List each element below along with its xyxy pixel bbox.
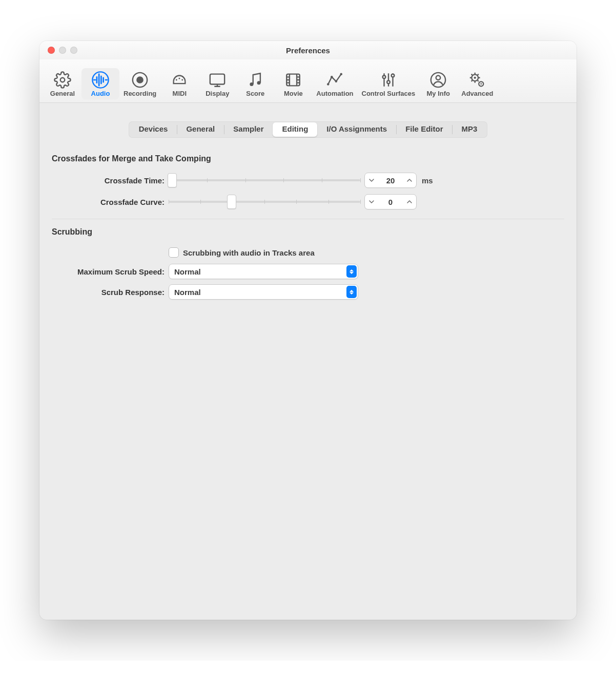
toolbar-label: Display: [206, 90, 229, 97]
toolbar-label: MIDI: [173, 90, 187, 97]
window-title: Preferences: [39, 46, 577, 55]
crossfade-curve-stepper[interactable]: 0: [364, 194, 417, 209]
subtab-general[interactable]: General: [177, 122, 224, 137]
scrub-response-row: Scrub Response: Normal: [52, 282, 564, 302]
toolbar-item-my-info[interactable]: My Info: [419, 68, 457, 99]
display-icon: [209, 71, 226, 89]
svg-point-5: [176, 79, 177, 81]
scrub-response-value: Normal: [174, 288, 201, 297]
subtab-editing[interactable]: Editing: [273, 122, 317, 137]
svg-point-9: [250, 82, 254, 86]
stepper-up-icon[interactable]: [405, 178, 414, 183]
crossfades-heading: Crossfades for Merge and Take Comping: [52, 150, 564, 171]
section-divider: [52, 219, 564, 219]
crossfade-curve-slider-thumb[interactable]: [227, 195, 236, 209]
crossfade-time-value: 20: [376, 176, 405, 185]
svg-point-6: [179, 78, 180, 79]
popup-arrows-icon: [346, 265, 357, 278]
toolbar-item-recording[interactable]: Recording: [119, 68, 160, 99]
crossfade-time-label: Crossfade Time:: [52, 176, 165, 185]
gears-icon: [468, 71, 486, 89]
toolbar-item-score[interactable]: Score: [236, 68, 274, 99]
music-note-icon: [247, 71, 264, 89]
crossfade-time-unit: ms: [420, 176, 564, 185]
svg-point-7: [182, 79, 183, 81]
max-scrub-speed-popup[interactable]: Normal: [169, 264, 358, 279]
crossfade-time-slider-thumb[interactable]: [168, 173, 177, 187]
editing-pane: Crossfades for Merge and Take Comping Cr…: [39, 138, 577, 302]
svg-point-17: [387, 80, 390, 83]
toolbar-item-advanced[interactable]: Advanced: [457, 68, 497, 99]
waveform-icon: [92, 71, 109, 89]
svg-point-16: [383, 76, 386, 79]
svg-point-24: [481, 83, 482, 85]
svg-rect-8: [210, 74, 224, 85]
toolbar-label: Advanced: [461, 90, 493, 97]
toolbar-item-midi[interactable]: MIDI: [160, 68, 198, 99]
crossfade-curve-value: 0: [376, 198, 405, 206]
svg-point-0: [60, 78, 65, 82]
scrubbing-audio-checkbox[interactable]: [169, 247, 179, 258]
toolbar-item-audio[interactable]: Audio: [81, 68, 119, 99]
svg-point-20: [436, 76, 441, 80]
scrub-response-label: Scrub Response:: [52, 288, 165, 297]
toolbar-label: Audio: [91, 90, 110, 97]
scrubbing-heading: Scrubbing: [52, 223, 564, 244]
automation-curve-icon: [326, 71, 343, 89]
toolbar-label: My Info: [427, 90, 450, 97]
toolbar-label: Automation: [316, 90, 353, 97]
max-scrub-speed-label: Maximum Scrub Speed:: [52, 267, 165, 276]
max-scrub-speed-value: Normal: [174, 267, 201, 276]
crossfade-curve-slider[interactable]: [169, 196, 360, 207]
toolbar-label: General: [50, 90, 75, 97]
crossfade-time-slider[interactable]: [169, 175, 360, 186]
preferences-toolbar: General Audio Recording MIDI Display: [39, 59, 577, 103]
segmented-control: Devices General Sampler Editing I/O Assi…: [129, 121, 488, 138]
popup-arrows-icon: [346, 286, 357, 298]
stepper-down-icon[interactable]: [367, 178, 376, 183]
gear-icon: [54, 71, 71, 89]
titlebar: Preferences: [39, 41, 577, 59]
crossfade-curve-label: Crossfade Curve:: [52, 198, 165, 206]
scrubbing-audio-checkbox-row: Scrubbing with audio in Tracks area: [52, 244, 564, 261]
svg-point-4: [137, 77, 142, 82]
subtab-io-assignments[interactable]: I/O Assignments: [317, 122, 396, 137]
film-icon: [284, 71, 302, 89]
toolbar-label: Recording: [124, 90, 156, 97]
svg-point-14: [335, 80, 338, 83]
audio-subtabs: Devices General Sampler Editing I/O Assi…: [39, 103, 577, 138]
crossfade-curve-row: Crossfade Curve: 0: [52, 192, 564, 212]
svg-point-10: [257, 81, 261, 85]
subtab-devices[interactable]: Devices: [130, 122, 177, 137]
svg-point-13: [331, 76, 333, 78]
svg-point-15: [340, 73, 343, 75]
crossfade-time-row: Crossfade Time: 20: [52, 171, 564, 190]
toolbar-label: Movie: [284, 90, 303, 97]
toolbar-item-display[interactable]: Display: [198, 68, 236, 99]
stepper-up-icon[interactable]: [405, 199, 414, 205]
max-scrub-speed-row: Maximum Scrub Speed: Normal: [52, 261, 564, 282]
sliders-icon: [380, 71, 397, 89]
scrub-response-popup[interactable]: Normal: [169, 284, 358, 300]
subtab-sampler[interactable]: Sampler: [224, 122, 273, 137]
midi-port-icon: [171, 71, 188, 89]
toolbar-item-movie[interactable]: Movie: [274, 68, 312, 99]
toolbar-label: Score: [246, 90, 264, 97]
person-circle-icon: [429, 71, 447, 89]
svg-point-18: [392, 74, 395, 77]
preferences-window: Preferences General Audio Recording: [39, 41, 577, 620]
toolbar-item-general[interactable]: General: [44, 68, 81, 99]
scrubbing-audio-checkbox-label: Scrubbing with audio in Tracks area: [183, 248, 315, 257]
toolbar-label: Control Surfaces: [362, 90, 416, 97]
toolbar-item-automation[interactable]: Automation: [312, 68, 357, 99]
record-icon: [131, 71, 149, 89]
svg-point-12: [327, 83, 330, 86]
toolbar-item-control-surfaces[interactable]: Control Surfaces: [358, 68, 420, 99]
stepper-down-icon[interactable]: [367, 199, 376, 205]
crossfade-time-stepper[interactable]: 20: [364, 173, 417, 188]
svg-point-22: [474, 77, 476, 79]
subtab-file-editor[interactable]: File Editor: [396, 122, 452, 137]
subtab-mp3[interactable]: MP3: [452, 122, 486, 137]
